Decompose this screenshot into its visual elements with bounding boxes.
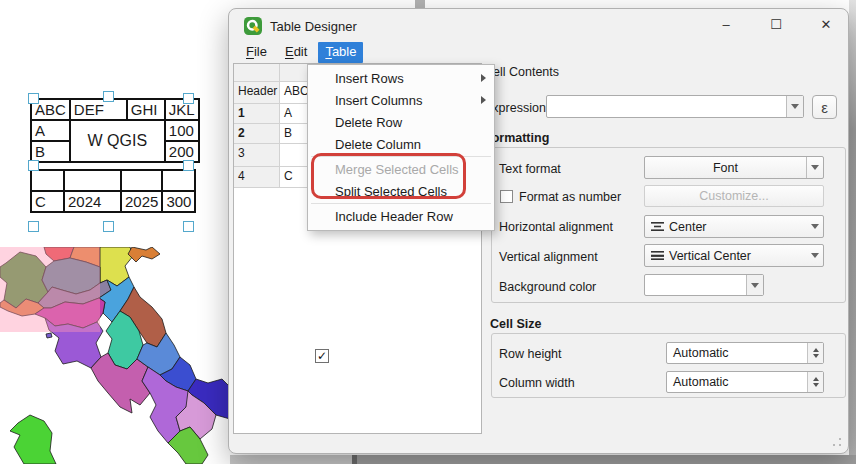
selection-handle[interactable]: [103, 91, 114, 102]
cell-size-title: Cell Size: [490, 317, 541, 331]
preview-cell: 100: [165, 120, 199, 141]
map-region: [10, 415, 56, 464]
preview-merged-cell: W QGIS: [70, 120, 165, 162]
background-color-label: Background color: [499, 280, 596, 294]
selection-handle[interactable]: [183, 93, 194, 104]
checked-checkbox-icon: ✓: [315, 349, 329, 363]
vertical-alignment-select[interactable]: Vertical Center: [644, 244, 824, 267]
spinner-arrows-icon[interactable]: [807, 343, 823, 363]
preview-cell: 200: [165, 141, 199, 162]
submenu-arrow-icon: [481, 74, 486, 82]
column-width-label: Column width: [499, 376, 575, 390]
customize-button[interactable]: Customize...: [644, 185, 824, 207]
submenu-arrow-icon: [481, 96, 486, 104]
font-button-label: Font: [645, 161, 806, 175]
map-region: [46, 333, 52, 338]
selection-handle[interactable]: [183, 160, 194, 171]
selection-handle[interactable]: [28, 221, 39, 232]
menu-item-insert-rows[interactable]: Insert Rows: [308, 67, 494, 89]
vertical-alignment-value: Vertical Center: [669, 249, 806, 263]
map-region: [128, 247, 160, 262]
chevron-down-icon[interactable]: [806, 245, 823, 266]
format-as-number-checkbox[interactable]: [500, 190, 513, 203]
horizontal-alignment-select[interactable]: Center: [644, 215, 824, 238]
row-height-spinbox[interactable]: Automatic: [666, 342, 824, 364]
scrollbar-track[interactable]: [230, 455, 352, 464]
align-center-icon: [651, 221, 664, 232]
selection-handle[interactable]: [28, 93, 39, 104]
chevron-down-icon[interactable]: [746, 275, 763, 295]
column-width-value: Automatic: [667, 375, 807, 389]
cell-contents-title: Cell Contents: [484, 65, 559, 79]
preview-table-upper: ABC DEF GHI JKL A W QGIS 100 B 200: [30, 98, 200, 163]
selection-handle[interactable]: [103, 221, 114, 232]
canvas-background-strip: [849, 0, 856, 464]
menu-item-label: Insert Columns: [335, 93, 422, 108]
horizontal-alignment-label: Horizontal alignment: [499, 220, 613, 234]
preview-cell: 2025: [121, 191, 162, 212]
preview-table-lower: C 2024 2025 300: [30, 169, 196, 213]
menu-item-label: Delete Row: [335, 115, 402, 130]
menu-item-insert-columns[interactable]: Insert Columns: [308, 89, 494, 111]
menu-item-delete-row[interactable]: Delete Row: [308, 111, 494, 133]
chevron-down-icon[interactable]: [786, 96, 803, 117]
chevron-down-icon[interactable]: [806, 157, 823, 178]
map-highlight-overlay: [0, 247, 100, 332]
preview-cell: 2024: [64, 191, 121, 212]
selection-handle[interactable]: [183, 221, 194, 232]
expression-combobox[interactable]: [546, 95, 804, 118]
expression-builder-button[interactable]: ε: [812, 95, 837, 119]
menu-item-label: Include Header Row: [335, 209, 453, 224]
epsilon-icon: ε: [821, 99, 828, 116]
menu-item-label: Delete Column: [335, 137, 421, 152]
customize-button-label: Customize...: [645, 189, 823, 203]
vertical-alignment-label: Vertical alignment: [499, 250, 598, 264]
preview-cell: C: [31, 191, 64, 212]
preview-cell: B: [31, 141, 70, 162]
row-height-label: Row height: [499, 347, 562, 361]
preview-cell: DEF: [70, 99, 127, 120]
resize-grip[interactable]: [831, 436, 843, 448]
preview-cell: [64, 170, 121, 191]
preview-cell: A: [31, 120, 70, 141]
layout-map-item[interactable]: [0, 247, 230, 464]
preview-cell: [162, 170, 195, 191]
annotation-red-rectangle: [311, 153, 466, 199]
row-height-value: Automatic: [667, 346, 807, 360]
menu-item-delete-column[interactable]: Delete Column: [308, 133, 494, 155]
menu-item-include-header-row[interactable]: ✓ Include Header Row: [308, 205, 494, 227]
column-width-spinbox[interactable]: Automatic: [666, 371, 824, 393]
background-color-button[interactable]: [644, 274, 764, 296]
preview-cell: [121, 170, 162, 191]
horizontal-alignment-value: Center: [669, 220, 806, 234]
menu-separator: [311, 203, 491, 204]
preview-cell: [31, 170, 64, 191]
chevron-down-icon[interactable]: [806, 216, 823, 237]
preview-cell: 300: [162, 191, 195, 212]
layout-horizontal-scrollbar[interactable]: [230, 455, 856, 464]
preview-cell: GHI: [127, 99, 165, 120]
format-as-number-label: Format as number: [519, 190, 621, 204]
font-button[interactable]: Font: [644, 156, 824, 179]
preview-table-item[interactable]: ABC DEF GHI JKL A W QGIS 100 B 200 C 202…: [0, 0, 228, 247]
spinner-arrows-icon[interactable]: [807, 372, 823, 392]
selection-handle[interactable]: [28, 160, 39, 171]
vertical-center-icon: [651, 250, 664, 261]
scrollbar-handle[interactable]: [352, 455, 357, 464]
menu-item-label: Insert Rows: [335, 71, 404, 86]
text-format-label: Text format: [499, 162, 561, 176]
table-designer-dialog: Table Designer – ☐ ✕ File Edit Table A H…: [228, 8, 849, 454]
table-menu-popup: Insert Rows Insert Columns Delete Row De…: [307, 64, 495, 231]
